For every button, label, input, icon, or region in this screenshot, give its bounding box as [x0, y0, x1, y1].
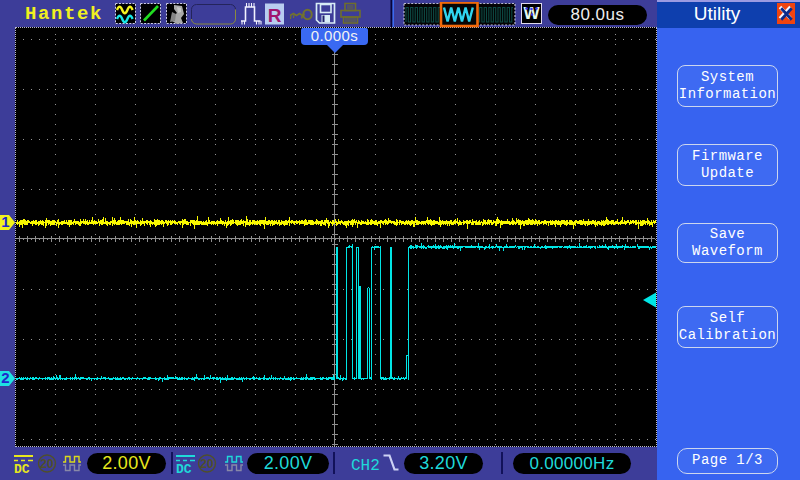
svg-text:DC: DC	[176, 462, 192, 477]
svg-text:DC: DC	[14, 462, 30, 477]
svg-text:CH2: CH2	[351, 457, 380, 475]
svg-text:20: 20	[200, 457, 214, 471]
svg-text:20: 20	[40, 457, 54, 471]
